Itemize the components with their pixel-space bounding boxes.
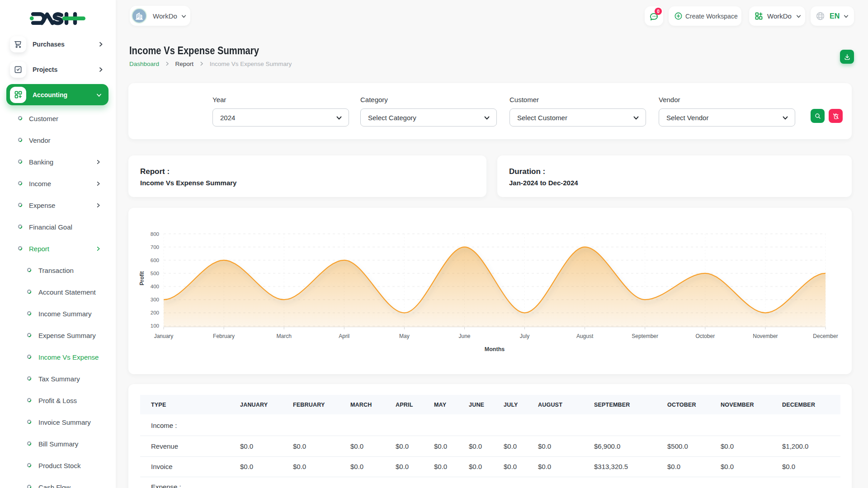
svg-text:800: 800: [151, 231, 159, 237]
svg-text:500: 500: [151, 271, 159, 276]
svg-text:May: May: [399, 333, 410, 339]
svg-text:February: February: [213, 333, 235, 339]
svg-text:January: January: [154, 333, 174, 339]
svg-text:July: July: [520, 333, 529, 339]
svg-text:June: June: [458, 333, 470, 339]
svg-text:October: October: [695, 333, 715, 339]
svg-text:November: November: [753, 333, 778, 339]
svg-text:600: 600: [151, 258, 159, 263]
svg-text:April: April: [339, 333, 349, 339]
svg-text:Profit: Profit: [139, 271, 145, 285]
svg-text:Months: Months: [485, 346, 505, 352]
svg-text:700: 700: [151, 244, 159, 250]
svg-text:August: August: [576, 333, 594, 339]
svg-text:400: 400: [151, 284, 159, 289]
svg-text:100: 100: [151, 323, 159, 328]
svg-text:September: September: [632, 333, 658, 339]
svg-text:200: 200: [151, 310, 159, 315]
svg-text:March: March: [277, 333, 292, 339]
svg-text:300: 300: [151, 297, 159, 302]
svg-text:December: December: [813, 333, 838, 339]
